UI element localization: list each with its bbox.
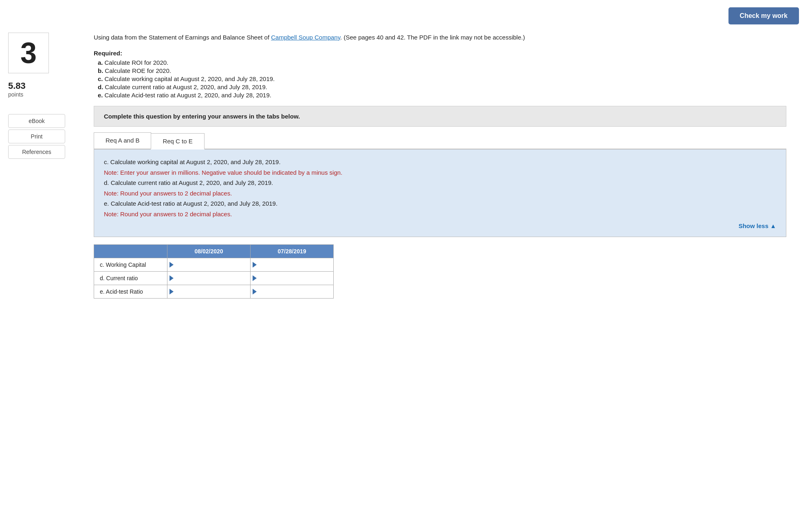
tab-note1: Note: Enter your answer in millions. Neg… [104, 167, 776, 178]
tab-content-req-ce: c. Calculate working capital at August 2… [94, 149, 786, 237]
requirements-list: a.Calculate ROI for 2020. b.Calculate RO… [94, 59, 796, 99]
working-capital-2020-input[interactable] [167, 258, 250, 271]
company-link[interactable]: Campbell Soup Company [271, 34, 340, 41]
working-capital-2019-cell[interactable] [251, 258, 334, 272]
check-my-work-button[interactable]: Check my work [728, 7, 799, 24]
print-button[interactable]: Print [8, 130, 65, 143]
instruction-box: Complete this question by entering your … [94, 106, 786, 127]
working-capital-2019-input[interactable] [251, 258, 333, 271]
tab-line1: c. Calculate working capital at August 2… [104, 157, 776, 167]
table-row-current-ratio: d. Current ratio [94, 272, 334, 285]
tab-note2: Note: Round your answers to 2 decimal pl… [104, 188, 776, 199]
tab-line2: d. Calculate current ratio at August 2, … [104, 178, 776, 188]
question-number: 3 [8, 33, 49, 73]
working-capital-2020-cell[interactable] [167, 258, 251, 272]
tab-req-ce[interactable]: Req C to E [151, 133, 204, 149]
tabs-container: Req A and B Req C to E [94, 132, 786, 149]
row-label-current-ratio: d. Current ratio [94, 272, 167, 285]
references-button[interactable]: References [8, 145, 65, 159]
current-ratio-2019-cell[interactable] [251, 272, 334, 285]
acid-test-2020-input[interactable] [167, 285, 250, 298]
row-label-acid-test: e. Acid-test Ratio [94, 285, 167, 299]
current-ratio-2020-input[interactable] [167, 272, 250, 285]
tab-req-ab[interactable]: Req A and B [94, 132, 151, 149]
acid-test-2019-cell[interactable] [251, 285, 334, 299]
table-row-working-capital: c. Working Capital [94, 258, 334, 272]
table-row-acid-test: e. Acid-test Ratio [94, 285, 334, 299]
current-ratio-2020-cell[interactable] [167, 272, 251, 285]
table-col-empty [94, 245, 167, 258]
points-value: 5.83 [8, 81, 77, 91]
current-ratio-2019-input[interactable] [251, 272, 333, 285]
answers-table: 08/02/2020 07/28/2019 c. Working Capital… [94, 244, 334, 299]
problem-intro: Using data from the Statement of Earning… [94, 33, 786, 42]
req-d: d.Calculate current ratio at August 2, 2… [94, 83, 796, 90]
required-section: Required: a.Calculate ROI for 2020. b.Ca… [94, 50, 796, 99]
required-label: Required: [94, 50, 796, 57]
table-col-date1: 08/02/2020 [167, 245, 251, 258]
show-less-button[interactable]: Show less ▲ [739, 222, 776, 229]
points-display: 5.83 points [8, 81, 77, 98]
acid-test-2019-input[interactable] [251, 285, 333, 298]
req-b: b.Calculate ROE for 2020. [94, 67, 796, 74]
req-e: e.Calculate Acid-test ratio at August 2,… [94, 92, 796, 99]
acid-test-2020-cell[interactable] [167, 285, 251, 299]
req-a: a.Calculate ROI for 2020. [94, 59, 796, 66]
tab-line3: e. Calculate Acid-test ratio at August 2… [104, 198, 776, 209]
req-c: c.Calculate working capital at August 2,… [94, 75, 796, 82]
points-label: points [8, 91, 77, 98]
ebook-button[interactable]: eBook [8, 114, 65, 128]
tab-note3: Note: Round your answers to 2 decimal pl… [104, 209, 776, 220]
row-label-working-capital: c. Working Capital [94, 258, 167, 272]
table-col-date2: 07/28/2019 [251, 245, 334, 258]
